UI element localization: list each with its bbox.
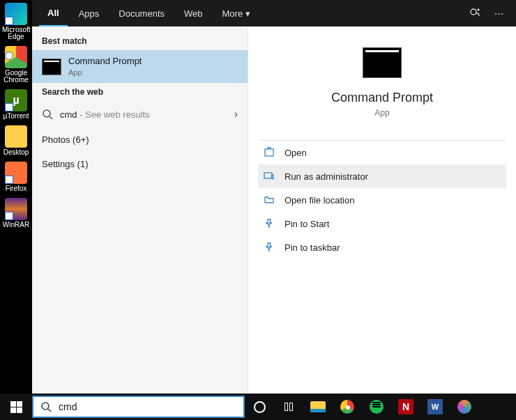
desktop-icon-label: Microsoft Edge xyxy=(2,26,31,40)
best-match-heading: Best match xyxy=(32,32,248,50)
preview-title: Command Prompt xyxy=(331,91,433,105)
paint-icon xyxy=(457,400,471,414)
edge-icon xyxy=(5,3,27,25)
windows-icon xyxy=(10,401,22,413)
search-icon xyxy=(40,401,52,412)
svg-point-5 xyxy=(42,403,49,410)
pin-taskbar-icon xyxy=(264,242,275,253)
tab-label: Apps xyxy=(79,8,100,19)
more-options-icon[interactable]: ⋯ xyxy=(492,7,505,20)
utorrent-icon: µ xyxy=(5,89,27,111)
desktop: Microsoft Edge Google Chrome µ µTorrent … xyxy=(0,0,32,394)
desktop-icon-winrar[interactable]: WinRAR xyxy=(2,198,30,228)
admin-icon xyxy=(264,171,275,182)
open-icon xyxy=(264,147,275,158)
action-open[interactable]: Open xyxy=(258,141,506,164)
action-run-admin[interactable]: Run as administrator xyxy=(258,164,506,188)
folder-open-icon xyxy=(264,194,275,205)
search-tabs: All Apps Documents Web More▾ ⋯ xyxy=(32,0,516,26)
word-icon: W xyxy=(427,399,443,414)
search-web-heading: Search the web xyxy=(32,83,248,101)
results-column: Best match Command Prompt App Search the… xyxy=(32,26,248,394)
folder-icon xyxy=(5,125,27,148)
winrar-icon xyxy=(5,198,27,220)
desktop-icon-folder[interactable]: Desktop xyxy=(2,125,30,156)
start-button[interactable] xyxy=(0,394,32,420)
search-icon xyxy=(42,109,53,120)
web-search-row[interactable]: cmd - See web results › xyxy=(32,101,248,127)
spotify-button[interactable] xyxy=(362,394,391,420)
cmd-app-icon xyxy=(42,59,61,75)
search-input[interactable] xyxy=(59,401,236,412)
spotify-icon xyxy=(370,400,384,414)
chrome-icon xyxy=(340,400,354,414)
paint-button[interactable] xyxy=(450,394,479,420)
svg-point-0 xyxy=(471,9,476,15)
result-subtitle: App xyxy=(68,68,142,77)
action-open-location[interactable]: Open file location xyxy=(258,188,506,212)
chevron-down-icon: ▾ xyxy=(245,8,250,19)
netflix-icon: N xyxy=(398,399,413,414)
tab-label: All xyxy=(47,8,59,18)
task-view-icon xyxy=(284,403,293,411)
tab-label: Web xyxy=(184,8,203,19)
pin-icon xyxy=(264,218,275,229)
action-label: Run as administrator xyxy=(284,171,368,182)
best-match-result[interactable]: Command Prompt App xyxy=(32,50,248,83)
action-pin-taskbar[interactable]: Pin to taskbar xyxy=(258,235,506,259)
app-preview: Command Prompt App xyxy=(248,47,516,132)
action-label: Pin to Start xyxy=(284,219,329,229)
task-view-button[interactable] xyxy=(274,394,303,420)
action-label: Open file location xyxy=(284,195,354,205)
preview-app-icon xyxy=(363,47,402,78)
tab-documents[interactable]: Documents xyxy=(110,0,173,26)
action-label: Open xyxy=(284,148,307,158)
desktop-icon-label: Desktop xyxy=(3,148,29,156)
detail-pane: Command Prompt App Open Run as administr… xyxy=(248,26,516,394)
svg-point-1 xyxy=(43,110,50,117)
desktop-icon-label: WinRAR xyxy=(3,221,29,228)
taskbar: N W xyxy=(0,394,516,420)
tab-label: Documents xyxy=(119,8,165,19)
desktop-icon-label: Firefox xyxy=(6,185,27,192)
netflix-button[interactable]: N xyxy=(391,394,420,420)
file-explorer-button[interactable] xyxy=(303,394,333,420)
tab-all[interactable]: All xyxy=(39,0,68,26)
preview-subtitle: App xyxy=(374,108,389,118)
tab-more[interactable]: More▾ xyxy=(214,0,259,26)
cortana-button[interactable] xyxy=(245,394,274,420)
desktop-icon-edge[interactable]: Microsoft Edge xyxy=(2,3,30,40)
search-content: Best match Command Prompt App Search the… xyxy=(32,26,516,394)
chevron-right-icon: › xyxy=(234,108,238,120)
desktop-icon-firefox[interactable]: Firefox xyxy=(2,162,30,192)
web-query-text: cmd - See web results xyxy=(60,109,150,120)
desktop-icon-utorrent[interactable]: µ µTorrent xyxy=(2,89,30,120)
svg-line-2 xyxy=(50,116,52,119)
chrome-taskbar-button[interactable] xyxy=(333,394,362,420)
feedback-icon[interactable] xyxy=(469,7,481,20)
desktop-icon-label: Google Chrome xyxy=(3,69,29,84)
taskbar-search-box[interactable] xyxy=(32,396,245,418)
search-panel: All Apps Documents Web More▾ ⋯ Best matc… xyxy=(32,0,516,394)
tab-web[interactable]: Web xyxy=(176,0,211,26)
desktop-icon-label: µTorrent xyxy=(3,112,29,120)
word-button[interactable]: W xyxy=(420,394,450,420)
settings-row[interactable]: Settings (1) xyxy=(32,152,248,176)
chrome-icon xyxy=(5,46,27,68)
svg-line-6 xyxy=(48,409,51,412)
taskbar-icons: N W xyxy=(245,394,479,420)
desktop-icon-chrome[interactable]: Google Chrome xyxy=(2,46,30,84)
svg-rect-3 xyxy=(265,149,273,156)
tab-label: More xyxy=(222,8,243,19)
tab-apps[interactable]: Apps xyxy=(70,0,108,26)
cortana-icon xyxy=(254,401,266,413)
action-label: Pin to taskbar xyxy=(284,242,340,253)
photos-row[interactable]: Photos (6+) xyxy=(32,127,248,152)
result-title: Command Prompt xyxy=(68,56,142,68)
firefox-icon xyxy=(5,162,27,184)
action-pin-start[interactable]: Pin to Start xyxy=(258,212,506,235)
action-list: Open Run as administrator Open file loca… xyxy=(258,140,506,259)
file-explorer-icon xyxy=(310,401,326,412)
